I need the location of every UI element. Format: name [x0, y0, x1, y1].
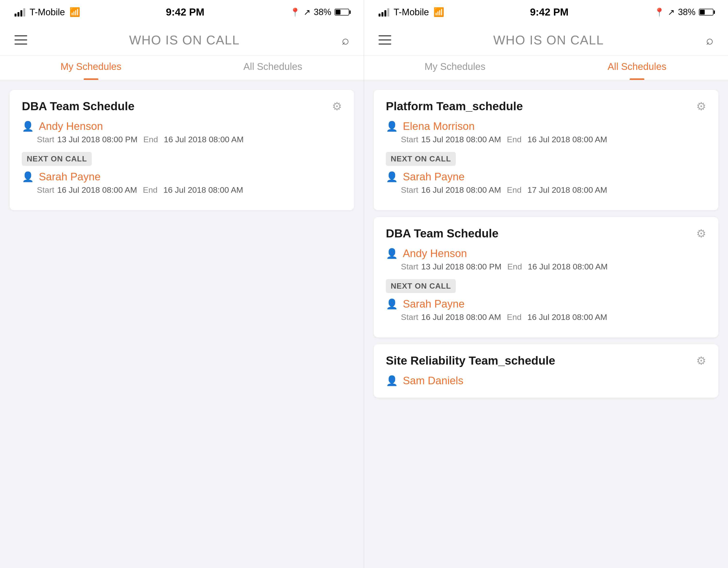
- schedule-card-dba: DBA Team Schedule ⚙ 👤 Andy Henson Start …: [10, 90, 354, 210]
- arrow-icon-right: ↗: [668, 7, 675, 17]
- next-on-call-badge-dba2: NEXT ON CALL: [386, 277, 706, 298]
- next-person-name-platform: Sarah Payne: [403, 171, 464, 183]
- tab-bar-right: My Schedules All Schedules: [364, 56, 728, 80]
- gear-icon-dba2[interactable]: ⚙: [696, 227, 706, 240]
- current-person-row-site-reliability: 👤 Sam Daniels: [386, 375, 706, 387]
- current-person-name-dba: Andy Henson: [39, 120, 103, 132]
- current-person-row-dba: 👤 Andy Henson: [22, 120, 342, 132]
- content-area-left: DBA Team Schedule ⚙ 👤 Andy Henson Start …: [0, 80, 364, 568]
- search-icon-right[interactable]: ⌕: [706, 33, 713, 47]
- next-end-label-dba2: End: [507, 312, 522, 322]
- battery-icon-right: [699, 9, 713, 16]
- carrier-right: T-Mobile: [394, 7, 429, 17]
- next-end-label-dba: End: [143, 185, 158, 195]
- start-label-dba2: Start: [401, 262, 418, 271]
- next-person-icon-dba2: 👤: [386, 298, 398, 310]
- gear-icon-platform[interactable]: ⚙: [696, 100, 706, 113]
- next-on-call-badge-dba: NEXT ON CALL: [22, 150, 342, 171]
- tab-indicator-right: [630, 78, 644, 80]
- status-bar-right: T-Mobile 📶 9:42 PM 📍 ↗ 38%: [364, 0, 728, 24]
- start-label-platform: Start: [401, 135, 418, 144]
- next-person-name-dba2: Sarah Payne: [403, 298, 464, 310]
- status-left-right: T-Mobile 📶: [379, 7, 444, 17]
- person-icon-site-reliability: 👤: [386, 375, 398, 386]
- hamburger-icon-left[interactable]: [15, 35, 27, 45]
- status-right-right: 📍 ↗ 38%: [654, 7, 713, 17]
- battery-pct-right: 38%: [678, 7, 695, 17]
- current-person-name-site-reliability: Sam Daniels: [403, 375, 463, 387]
- next-start-label-dba: Start: [37, 185, 54, 195]
- next-on-call-badge-platform: NEXT ON CALL: [386, 150, 706, 171]
- next-end-platform: 17 Jul 2018 08:00 AM: [527, 185, 607, 195]
- next-end-dba2: 16 Jul 2018 08:00 AM: [527, 312, 607, 322]
- battery-right: [699, 9, 713, 16]
- card-title-platform: Platform Team_schedule: [386, 100, 523, 113]
- next-start-dba: 16 Jul 2018 08:00 AM: [57, 185, 137, 195]
- current-end-dba2: 16 Jul 2018 08:00 AM: [528, 262, 608, 271]
- location-icon-left: 📍: [290, 7, 300, 17]
- battery-icon-left: [335, 9, 349, 16]
- time-left: 9:42 PM: [166, 6, 204, 18]
- next-person-name-dba: Sarah Payne: [39, 171, 100, 183]
- current-person-name-platform: Elena Morrison: [403, 120, 475, 132]
- next-time-row-dba2: Start 16 Jul 2018 08:00 AM End 16 Jul 20…: [386, 312, 706, 322]
- current-time-row-platform: Start 15 Jul 2018 08:00 AM End 16 Jul 20…: [386, 135, 706, 144]
- current-end-dba: 16 Jul 2018 08:00 AM: [164, 135, 244, 144]
- current-start-dba: 13 Jul 2018 08:00 PM: [57, 135, 138, 144]
- nav-bar-left: WHO IS ON CALL ⌕: [0, 24, 364, 56]
- current-time-row-dba: Start 13 Jul 2018 08:00 PM End 16 Jul 20…: [22, 135, 342, 144]
- left-phone-panel: T-Mobile 📶 9:42 PM 📍 ↗ 38% WHO IS ON CAL…: [0, 0, 364, 568]
- next-time-row-platform: Start 16 Jul 2018 08:00 AM End 17 Jul 20…: [386, 185, 706, 195]
- next-person-icon-platform: 👤: [386, 171, 398, 183]
- tab-all-schedules-left[interactable]: All Schedules: [182, 56, 364, 80]
- next-person-row-platform: 👤 Sarah Payne: [386, 171, 706, 183]
- nav-bar-right: WHO IS ON CALL ⌕: [364, 24, 728, 56]
- start-label-dba: Start: [37, 135, 54, 144]
- card-header-site-reliability: Site Reliability Team_schedule ⚙: [386, 354, 706, 367]
- next-start-dba2: 16 Jul 2018 08:00 AM: [421, 312, 501, 322]
- nav-title-left: WHO IS ON CALL: [129, 33, 240, 47]
- current-person-row-dba2: 👤 Andy Henson: [386, 247, 706, 259]
- end-label-dba: End: [143, 135, 158, 144]
- card-header-dba2: DBA Team Schedule ⚙: [386, 227, 706, 240]
- signal-bars-right: [379, 8, 389, 17]
- content-area-right: Platform Team_schedule ⚙ 👤 Elena Morriso…: [364, 80, 728, 568]
- wifi-icon-left: 📶: [69, 7, 80, 17]
- next-person-icon-dba: 👤: [22, 171, 34, 183]
- current-end-platform: 16 Jul 2018 08:00 AM: [527, 135, 607, 144]
- card-title-dba: DBA Team Schedule: [22, 100, 134, 113]
- person-icon-dba2: 👤: [386, 248, 398, 259]
- gear-icon-site-reliability[interactable]: ⚙: [696, 354, 706, 367]
- arrow-icon-left: ↗: [304, 7, 310, 17]
- hamburger-icon-right[interactable]: [379, 35, 391, 45]
- current-person-name-dba2: Andy Henson: [403, 247, 467, 259]
- person-icon-dba: 👤: [22, 121, 34, 132]
- end-label-dba2: End: [507, 262, 522, 271]
- status-right-left: 📍 ↗ 38%: [290, 7, 349, 17]
- battery-pct-left: 38%: [314, 7, 331, 17]
- schedule-card-platform: Platform Team_schedule ⚙ 👤 Elena Morriso…: [374, 90, 718, 210]
- battery-fill-right: [700, 10, 705, 15]
- card-header-dba: DBA Team Schedule ⚙: [22, 100, 342, 113]
- next-time-row-dba: Start 16 Jul 2018 08:00 AM End 16 Jul 20…: [22, 185, 342, 195]
- next-start-label-platform: Start: [401, 185, 418, 195]
- search-icon-left[interactable]: ⌕: [342, 33, 349, 47]
- status-left-left: T-Mobile 📶: [15, 7, 80, 17]
- schedule-card-site-reliability: Site Reliability Team_schedule ⚙ 👤 Sam D…: [374, 344, 718, 398]
- card-title-dba2: DBA Team Schedule: [386, 227, 498, 240]
- next-person-row-dba: 👤 Sarah Payne: [22, 171, 342, 183]
- next-end-dba: 16 Jul 2018 08:00 AM: [163, 185, 243, 195]
- tab-my-schedules-left[interactable]: My Schedules: [0, 56, 182, 80]
- carrier-left: T-Mobile: [30, 7, 65, 17]
- card-header-platform: Platform Team_schedule ⚙: [386, 100, 706, 113]
- gear-icon-dba[interactable]: ⚙: [332, 100, 342, 113]
- next-start-platform: 16 Jul 2018 08:00 AM: [421, 185, 501, 195]
- status-bar-left: T-Mobile 📶 9:42 PM 📍 ↗ 38%: [0, 0, 364, 24]
- next-end-label-platform: End: [507, 185, 522, 195]
- tab-all-schedules-right[interactable]: All Schedules: [546, 56, 728, 80]
- schedule-card-dba2: DBA Team Schedule ⚙ 👤 Andy Henson Start …: [374, 217, 718, 337]
- next-person-row-dba2: 👤 Sarah Payne: [386, 298, 706, 310]
- tab-my-schedules-right[interactable]: My Schedules: [364, 56, 546, 80]
- current-person-row-platform: 👤 Elena Morrison: [386, 120, 706, 132]
- tab-bar-left: My Schedules All Schedules: [0, 56, 364, 80]
